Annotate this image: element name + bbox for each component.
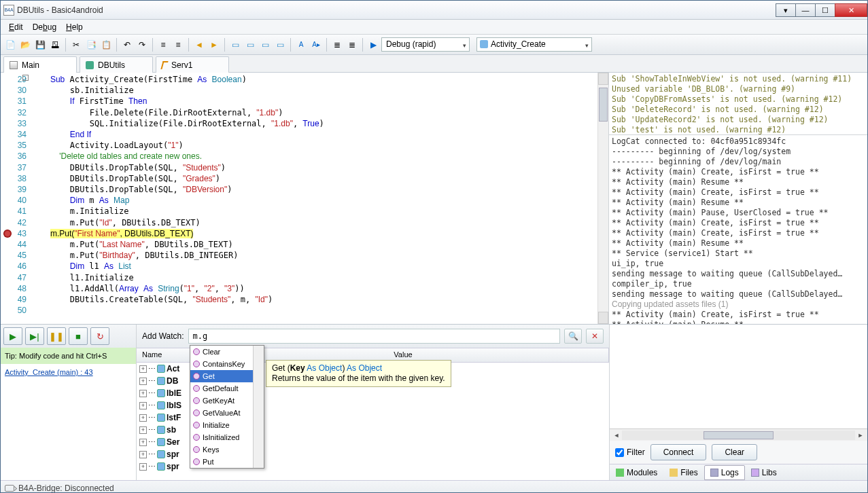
fold-toggle[interactable]: -	[22, 75, 29, 81]
bridge-icon	[5, 485, 14, 492]
debug-mode-combo[interactable]: Debug (rapid)	[381, 37, 470, 52]
method-icon	[193, 385, 200, 392]
comment-icon[interactable]: ▭	[228, 38, 242, 52]
app-icon: B4A	[3, 5, 14, 16]
debug-play-button[interactable]: ▶	[3, 327, 22, 345]
log-output[interactable]: LogCat connected to: 04cf0a951c8934fc---…	[609, 135, 867, 324]
method-icon	[193, 422, 200, 428]
menu-bar: Edit Debug Help	[1, 20, 867, 35]
tab-libs[interactable]: Libs	[745, 465, 783, 480]
close-button[interactable]: ✕	[835, 3, 867, 17]
debug-tip: Tip: Modify code and hit Ctrl+S	[1, 348, 136, 364]
bottom-tab-bar: Modules Files Logs Libs	[610, 464, 867, 480]
block-comment-icon[interactable]: ▭	[258, 38, 272, 52]
log-hscrollbar[interactable]: ◄►	[610, 428, 867, 441]
right-panel: Sub 'ShowTableInWebView' is not used. (w…	[609, 73, 867, 324]
uncomment-icon[interactable]: ▭	[243, 38, 257, 52]
filter-label: Filter	[627, 448, 645, 457]
method-icon	[193, 361, 200, 367]
tab-main[interactable]: Main	[3, 56, 77, 73]
tab-label: Main	[22, 60, 39, 70]
bookmark-icon[interactable]: ▭	[273, 38, 287, 52]
tab-modules[interactable]: Modules	[610, 465, 663, 480]
method-icon	[193, 373, 200, 380]
new-icon[interactable]: 📄	[3, 38, 17, 52]
col-name[interactable]: Name	[137, 348, 198, 362]
status-bar: B4A-Bridge: Disconnected	[1, 480, 867, 493]
run-icon[interactable]: ▶	[366, 38, 380, 52]
debug-toolbar: ▶ ▶| ❚❚ ■ ↻	[1, 325, 136, 348]
outdent-icon[interactable]: ≡	[156, 38, 170, 52]
tab-files[interactable]: Files	[663, 465, 704, 480]
save-icon[interactable]: 💾	[33, 38, 47, 52]
nav-back-icon[interactable]: ◄	[192, 38, 206, 52]
maximize-button[interactable]: ☐	[815, 3, 835, 17]
tab-serv1[interactable]: Serv1	[156, 56, 229, 73]
form-icon	[10, 61, 18, 69]
autocomplete-tooltip: Get (Key As Object) As Object Returns th…	[266, 360, 451, 387]
modules-icon	[616, 469, 624, 477]
stack-link[interactable]: Activity_Create (main) : 43	[1, 364, 136, 380]
tab-label: Serv1	[171, 60, 192, 70]
service-icon	[160, 61, 168, 69]
tab-logs[interactable]: Logs	[704, 465, 745, 480]
debug-restart-button[interactable]: ↻	[90, 327, 109, 345]
nav-fwd-icon[interactable]: ►	[207, 38, 221, 52]
minimize-button[interactable]: —	[795, 3, 816, 17]
sub-selector-combo[interactable]: Activity_Create	[476, 37, 592, 52]
cut-icon[interactable]: ✂	[69, 38, 83, 52]
copy-icon[interactable]: 📑	[84, 38, 98, 52]
debug-pause-button[interactable]: ❚❚	[47, 327, 66, 345]
breakpoint-icon[interactable]	[3, 230, 12, 238]
logs-icon	[710, 469, 718, 477]
tooltip-desc: Returns the value of the item with the g…	[272, 373, 445, 383]
autocomplete-scrollbar[interactable]	[253, 346, 264, 468]
tab-dbutils[interactable]: DBUtils	[80, 56, 153, 73]
code-editor[interactable]: - 29303132333435363738394041424344454647…	[1, 73, 609, 324]
editor-scrollbar[interactable]	[597, 73, 608, 324]
watch-search-button[interactable]: 🔍	[564, 329, 582, 344]
sub-selector-label: Activity_Create	[491, 39, 546, 49]
sub-icon	[480, 40, 488, 48]
method-icon	[193, 348, 200, 355]
window-title: DBUtils - Basic4android	[17, 5, 776, 15]
libs-icon	[751, 469, 759, 477]
debug-left-panel: ▶ ▶| ❚❚ ■ ↻ Tip: Modify code and hit Ctr…	[1, 325, 137, 480]
line-gutter: - 29303132333435363738394041424344454647…	[1, 73, 31, 324]
indent-icon[interactable]: ≡	[171, 38, 185, 52]
autocomplete-icon[interactable]: A	[294, 38, 308, 52]
watch-panel: Add Watch: 🔍 ✕ Name Value +⋯ Act+⋯ DB+⋯ …	[137, 325, 609, 480]
debug-step-button[interactable]: ▶|	[25, 327, 44, 345]
paste-icon[interactable]: 📋	[99, 38, 113, 52]
warnings-list[interactable]: Sub 'ShowTableInWebView' is not used. (w…	[609, 73, 867, 135]
debug-stop-button[interactable]: ■	[69, 327, 88, 345]
code-body[interactable]: Sub Activity_Create(FirstTime As Boolean…	[31, 73, 597, 324]
editor-tab-bar: Main DBUtils Serv1	[1, 55, 867, 73]
open-icon[interactable]: 📂	[18, 38, 32, 52]
log-footer-panel: ◄► Filter Connect Clear Modules Files Lo…	[609, 325, 867, 480]
autocomplete-popup: ClearContainsKeyGetGetDefaultGetKeyAtGet…	[190, 345, 264, 469]
redo-icon[interactable]: ↷	[135, 38, 149, 52]
module-icon	[86, 61, 94, 69]
clear-button[interactable]: Clear	[712, 444, 757, 460]
method-icon	[193, 458, 200, 465]
main-toolbar: 📄 📂 💾 🗳 ✂ 📑 📋 ↶ ↷ ≡ ≡ ◄ ► ▭ ▭ ▭ ▭ A A▸ ≣…	[1, 35, 867, 55]
connect-button[interactable]: Connect	[650, 444, 707, 460]
menu-debug[interactable]: Debug	[33, 22, 56, 32]
menu-edit[interactable]: Edit	[9, 22, 23, 32]
tab-label: DBUtils	[98, 60, 125, 70]
method-icon	[193, 446, 200, 453]
filter-checkbox[interactable]: Filter	[615, 448, 645, 457]
undo-icon[interactable]: ↶	[120, 38, 134, 52]
format-icon[interactable]: ≣	[330, 38, 344, 52]
dropdown-button[interactable]: ▾	[776, 3, 796, 17]
format2-icon[interactable]: ≣	[345, 38, 359, 52]
export-icon[interactable]: 🗳	[48, 38, 62, 52]
title-bar: B4A DBUtils - Basic4android ▾ — ☐ ✕	[1, 1, 867, 20]
menu-help[interactable]: Help	[66, 22, 83, 32]
status-text: B4A-Bridge: Disconnected	[18, 483, 114, 493]
watch-input[interactable]	[188, 329, 560, 344]
watch-delete-button[interactable]: ✕	[586, 329, 604, 344]
find-icon[interactable]: A▸	[309, 38, 323, 52]
method-icon	[193, 397, 200, 404]
